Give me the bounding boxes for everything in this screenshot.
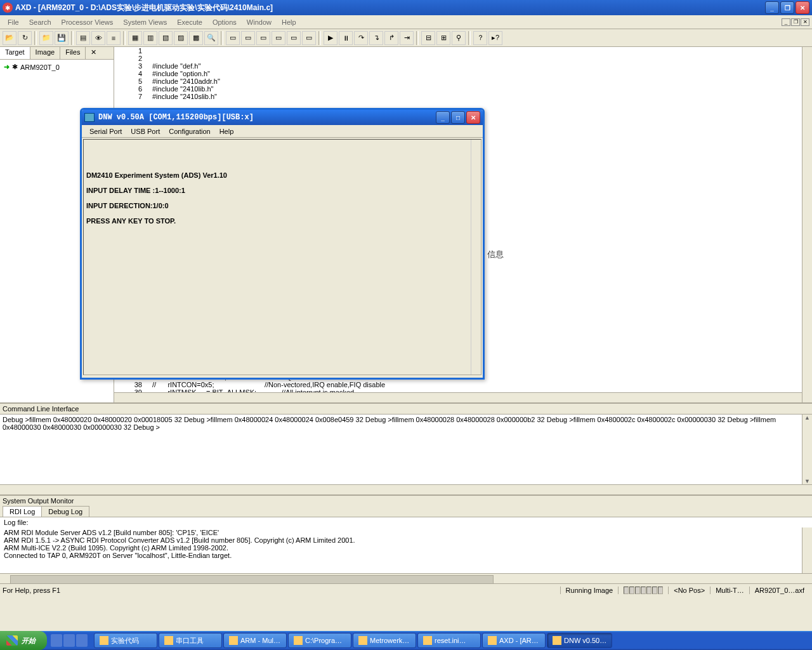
menu-options[interactable]: Options [207, 17, 242, 27]
tb-bp-icon[interactable]: ▩ [189, 31, 203, 45]
menu-file[interactable]: File [3, 17, 24, 27]
tab-image[interactable]: Image [30, 47, 61, 59]
tb-stack-icon[interactable]: ▥ [143, 31, 157, 45]
menu-execute[interactable]: Execute [172, 17, 207, 27]
menu-window[interactable]: Window [242, 17, 277, 27]
tb-go-icon[interactable]: ▶ [324, 31, 337, 45]
tab-debug-log[interactable]: Debug Log [41, 506, 89, 517]
minimize-button[interactable]: _ [765, 1, 779, 14]
tb-src-icon[interactable]: ▨ [174, 31, 188, 45]
task-btn[interactable]: Metrowerk… [353, 633, 416, 648]
tb-stepin-icon[interactable]: ↴ [369, 31, 383, 45]
mdi-close[interactable]: ✕ [801, 18, 809, 26]
tb-win5-icon[interactable]: ▭ [287, 31, 301, 45]
code-scrollbar-horizontal[interactable] [114, 392, 802, 402]
task-label: ARM - Mul… [240, 637, 280, 644]
tb-runto-icon[interactable]: ⇥ [400, 31, 414, 45]
tb-win1-icon[interactable]: ▭ [226, 31, 240, 45]
task-btn[interactable]: 串口工具 [159, 633, 222, 648]
task-icon [164, 636, 173, 645]
task-label: 串口工具 [176, 636, 204, 646]
dnw-menu-serial[interactable]: Serial Port [86, 128, 126, 135]
code-text: #include "def.h" [152, 62, 200, 70]
start-button[interactable]: 开始 [0, 631, 47, 650]
taskbar: 开始 实验代码串口工具ARM - Mul…C:\Progra…Metrowerk… [0, 631, 812, 650]
dnw-maximize-button[interactable]: □ [451, 111, 465, 124]
som-title: System Output Monitor [0, 496, 812, 506]
dnw-scrollbar-vertical[interactable] [471, 140, 481, 375]
tb-search-icon[interactable]: 🔍 [204, 31, 218, 45]
task-btn[interactable]: DNW v0.50… [547, 633, 612, 648]
dnw-window[interactable]: DNW v0.50A [COM1,115200bps][USB:x] _ □ ✕… [80, 108, 485, 380]
tb-save-icon[interactable]: 💾 [55, 31, 69, 45]
tb-win3-icon[interactable]: ▭ [256, 31, 270, 45]
task-btn[interactable]: AXD - [AR… [482, 633, 546, 648]
status-extra: AR920T_0…axf [749, 587, 809, 594]
status-running: Running Image [560, 587, 619, 594]
tab-target[interactable]: Target [0, 47, 30, 59]
ql-app-icon[interactable] [76, 634, 88, 647]
dnw-menu-config[interactable]: Configuration [165, 128, 214, 135]
ql-desktop-icon[interactable] [63, 634, 75, 647]
tb-open-icon[interactable]: 📁 [39, 31, 53, 45]
dnw-menu-usb[interactable]: USB Port [127, 128, 164, 135]
menu-search[interactable]: Search [24, 17, 56, 27]
menu-help[interactable]: Help [277, 17, 301, 27]
dnw-close-button[interactable]: ✕ [466, 111, 480, 124]
tb-bp1-icon[interactable]: ⊟ [421, 31, 435, 45]
dnw-menu-help[interactable]: Help [216, 128, 238, 135]
tb-mem-icon[interactable]: ▦ [128, 31, 142, 45]
som-logfile-label: Log file: [0, 517, 812, 527]
mdi-restore[interactable]: ❐ [791, 18, 800, 26]
cli-body[interactable]: Debug >fillmem 0x48000020 0x48000020 0x0… [0, 415, 812, 484]
tb-disasm-icon[interactable]: ▧ [159, 31, 173, 45]
tb-show-icon[interactable]: ⚲ [452, 31, 466, 45]
menu-processor-views[interactable]: Processor Views [56, 17, 119, 27]
tb-context-help-icon[interactable]: ▸? [488, 31, 502, 45]
cli-scrollbar-horizontal[interactable] [0, 484, 812, 494]
dnw-minimize-button[interactable]: _ [436, 111, 450, 124]
restore-button[interactable]: ❐ [780, 1, 794, 14]
dnw-titlebar[interactable]: DNW v0.50A [COM1,115200bps][USB:x] _ □ ✕ [82, 110, 483, 125]
tb-stepout-icon[interactable]: ↱ [384, 31, 398, 45]
tb-load-icon[interactable]: 📂 [3, 31, 16, 45]
tab-close-icon[interactable]: ✕ [86, 47, 114, 59]
task-btn[interactable]: C:\Progra… [288, 633, 351, 648]
tb-help-icon[interactable]: ？ [473, 31, 487, 45]
menu-system-views[interactable]: System Views [118, 17, 172, 27]
tree-item-arm920t[interactable]: ➜ ✱ ARM920T_0 [3, 62, 111, 72]
close-button[interactable]: ✕ [796, 1, 809, 14]
tb-bp2-icon[interactable]: ⊞ [436, 31, 450, 45]
som-scrollbar-horizontal[interactable] [0, 573, 812, 583]
code-scrollbar-vertical[interactable] [802, 47, 812, 402]
tb-win6-icon[interactable]: ▭ [302, 31, 316, 45]
tab-rdi-log[interactable]: RDI Log [3, 506, 42, 517]
tb-vars-icon[interactable]: ≡ [107, 31, 121, 45]
som-scrollbar-vertical[interactable] [802, 527, 812, 573]
task-icon [553, 636, 561, 645]
line-number: 5 [114, 77, 152, 85]
task-btn[interactable]: 实验代码 [94, 633, 157, 648]
task-btn[interactable]: ARM - Mul… [223, 633, 287, 648]
tb-regs-icon[interactable]: ▤ [76, 31, 90, 45]
task-btn[interactable]: reset.ini… [417, 633, 481, 648]
tb-win2-icon[interactable]: ▭ [241, 31, 255, 45]
cli-title: Command Line Interface [0, 404, 812, 415]
ql-ie-icon[interactable] [51, 634, 62, 647]
mdi-minimize[interactable]: _ [782, 18, 790, 26]
tb-watch-icon[interactable]: 👁 [91, 31, 105, 45]
tb-win4-icon[interactable]: ▭ [272, 31, 285, 45]
tab-files[interactable]: Files [60, 47, 86, 59]
task-icon [229, 636, 238, 645]
som-body[interactable]: ARM RDI Module Server ADS v1.2 [Build nu… [0, 527, 812, 573]
task-label: reset.ini… [435, 637, 466, 644]
tb-stop-icon[interactable]: ⏸ [339, 31, 353, 45]
dnw-terminal[interactable]: DM2410 Experiment System (ADS) Ver1.10 I… [83, 139, 481, 375]
tree-expand-icon[interactable]: ➜ [4, 63, 10, 71]
task-icon [488, 636, 497, 645]
tb-step-icon[interactable]: ↷ [354, 31, 368, 45]
task-label: 实验代码 [111, 636, 139, 646]
cli-scrollbar-vertical[interactable] [802, 415, 812, 484]
chip-icon: ✱ [12, 63, 18, 71]
tb-reload-icon[interactable]: ↻ [18, 31, 32, 45]
